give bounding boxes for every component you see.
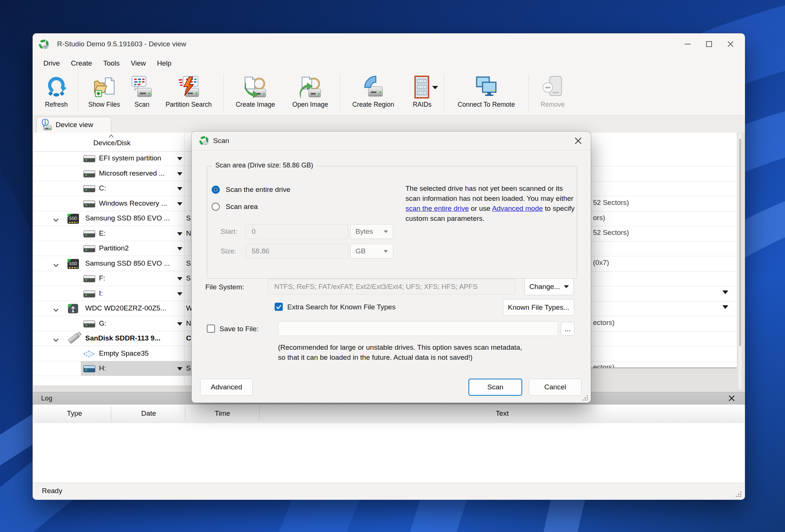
log-close-icon[interactable] xyxy=(728,395,735,403)
tree-row-efi-system-partition[interactable]: EFI system partition xyxy=(33,151,192,166)
log-col-time[interactable]: Time xyxy=(215,409,230,418)
save-to-file-label[interactable]: Save to File: xyxy=(219,325,259,333)
title-bar[interactable]: R-Studio Demo 9.5.191603 - Device view xyxy=(33,33,745,56)
dropdown-arrow-icon[interactable] xyxy=(177,247,182,250)
toolbar: Refresh Show Files xyxy=(33,71,745,116)
dialog-title-bar[interactable]: Scan xyxy=(192,132,591,150)
vertical-scrollbar[interactable] xyxy=(738,133,742,389)
toolbar-separator xyxy=(444,74,444,112)
tree-row-sandisk[interactable]: SanDisk SDDR-113 9... C xyxy=(33,331,192,346)
chevron-down-icon[interactable] xyxy=(53,307,59,313)
menu-help[interactable]: Help xyxy=(152,59,177,67)
tree-row-c-drive[interactable]: C: xyxy=(33,181,192,196)
size-unit-select[interactable]: GB xyxy=(350,244,393,259)
resize-grip[interactable] xyxy=(735,491,741,497)
dialog-resize-grip[interactable] xyxy=(582,395,588,400)
radio-scan-entire-drive-label[interactable]: Scan the entire drive xyxy=(226,186,290,194)
advanced-mode-link[interactable]: Advanced mode xyxy=(492,205,543,212)
log-col-type[interactable]: Type xyxy=(67,409,82,418)
scan-entire-drive-link[interactable]: scan the entire drive xyxy=(405,205,469,212)
known-file-types-button[interactable]: Known File Types... xyxy=(503,299,574,316)
dropdown-arrow-icon[interactable] xyxy=(722,290,728,294)
tree-row-empty-space35[interactable]: Empty Space35 xyxy=(33,346,192,361)
log-col-text[interactable]: Text xyxy=(496,409,509,418)
menu-bar: Drive Create Tools View Help xyxy=(33,56,745,71)
status-text: Ready xyxy=(42,487,62,495)
raids-dropdown-icon[interactable] xyxy=(432,86,438,89)
tree-column-header[interactable]: Device/Disk xyxy=(33,133,192,152)
tree-row-g-drive[interactable]: G: N xyxy=(33,316,192,331)
tree-row-h-drive-selected[interactable]: H: S xyxy=(33,361,192,376)
dropdown-arrow-icon[interactable] xyxy=(177,292,182,296)
maximize-button[interactable] xyxy=(698,36,720,53)
tree-row-partition2[interactable]: Partition2 xyxy=(33,241,192,256)
create-region-button[interactable]: Create Region xyxy=(343,71,404,115)
dropdown-arrow-icon[interactable] xyxy=(177,367,182,370)
device-info-panel: 52 Sectors) ors) 52 Sectors) (0x7) ector… xyxy=(591,133,737,368)
browse-button[interactable]: ... xyxy=(561,322,574,336)
hdd-icon xyxy=(83,275,95,282)
cancel-button[interactable]: Cancel xyxy=(529,379,582,396)
chevron-down-icon[interactable] xyxy=(53,262,59,269)
dropdown-arrow-icon[interactable] xyxy=(177,277,182,280)
tree-row-samsung-ssd-2[interactable]: SSD Samsung SSD 850 EVO ... S xyxy=(33,256,192,271)
show-files-button[interactable]: Show Files xyxy=(81,71,127,115)
save-to-file-input[interactable] xyxy=(278,321,558,336)
dropdown-arrow-icon[interactable] xyxy=(722,305,728,309)
save-to-file-checkbox[interactable] xyxy=(207,325,215,333)
change-button[interactable]: Change... xyxy=(524,278,574,295)
minimize-button[interactable] xyxy=(677,36,698,53)
tree-row-f-drive[interactable]: F: S xyxy=(33,271,192,286)
radio-scan-area-label[interactable]: Scan area xyxy=(226,203,258,211)
tree-row-e-drive[interactable]: E: N xyxy=(33,226,192,241)
partition-search-button[interactable]: Partition Search xyxy=(157,71,221,115)
usb-hdd-icon xyxy=(67,303,79,314)
hdd-icon xyxy=(83,320,95,327)
chevron-down-icon[interactable] xyxy=(53,217,59,223)
create-image-button[interactable]: Create Image xyxy=(227,71,284,115)
dropdown-arrow-icon[interactable] xyxy=(177,232,182,236)
window-title: R-Studio Demo 9.5.191603 - Device view xyxy=(57,40,186,48)
extra-search-label[interactable]: Extra Search for Known File Types xyxy=(287,303,395,311)
close-button[interactable] xyxy=(720,36,741,53)
extra-search-checkbox[interactable] xyxy=(275,303,283,311)
next-column-fragment: S xyxy=(186,214,191,222)
toolbar-separator xyxy=(78,74,78,112)
tree-row-label: Partition2 xyxy=(99,244,129,252)
tab-device-view[interactable]: Device view xyxy=(36,117,111,133)
r-studio-logo-icon xyxy=(199,136,209,146)
scan-dialog: Scan Scan area (Drive size: 58.86 GB) Sc… xyxy=(192,132,591,403)
dropdown-arrow-icon[interactable] xyxy=(177,187,182,190)
chevron-down-icon[interactable] xyxy=(53,337,59,343)
refresh-button[interactable]: Refresh xyxy=(38,71,75,115)
dropdown-arrow-icon[interactable] xyxy=(177,157,182,160)
tree-row-microsoft-reserved[interactable]: Microsoft reserved ... xyxy=(33,166,192,181)
tree-row-samsung-ssd-1[interactable]: SSD Samsung SSD 850 EVO ... S xyxy=(33,211,192,226)
log-col-date[interactable]: Date xyxy=(141,409,156,418)
raids-button[interactable]: RAIDs xyxy=(404,71,441,115)
advanced-button[interactable]: Advanced xyxy=(200,379,253,396)
scrollbar-thumb[interactable] xyxy=(739,139,741,346)
hdd-icon xyxy=(83,185,95,192)
scan-confirm-button[interactable]: Scan xyxy=(468,379,522,396)
tree-row-i-drive[interactable]: I: xyxy=(33,286,192,301)
connect-to-remote-button[interactable]: Connect To Remote xyxy=(447,71,526,115)
toolbar-separator xyxy=(339,74,340,112)
menu-view[interactable]: View xyxy=(125,59,152,67)
radio-scan-entire-drive[interactable] xyxy=(212,186,220,194)
start-unit-select[interactable]: Bytes xyxy=(350,224,393,239)
radio-scan-area[interactable] xyxy=(212,203,220,211)
menu-drive[interactable]: Drive xyxy=(38,59,65,67)
dialog-close-icon[interactable] xyxy=(574,136,583,147)
tree-row-windows-recovery[interactable]: Windows Recovery ... xyxy=(33,196,192,211)
scan-button-toolbar[interactable]: Scan xyxy=(127,71,157,115)
dropdown-arrow-icon[interactable] xyxy=(177,322,182,326)
dropdown-arrow-icon[interactable] xyxy=(177,172,182,176)
hdd-icon xyxy=(83,200,95,207)
menu-tools[interactable]: Tools xyxy=(97,59,125,67)
dropdown-arrow-icon[interactable] xyxy=(177,202,182,206)
tree-row-wdc-disk[interactable]: WDC WD20EZRZ-00Z5... W xyxy=(33,301,192,316)
open-image-button[interactable]: Open Image xyxy=(284,71,337,115)
empty-space-icon xyxy=(83,350,95,358)
menu-create[interactable]: Create xyxy=(65,59,97,67)
